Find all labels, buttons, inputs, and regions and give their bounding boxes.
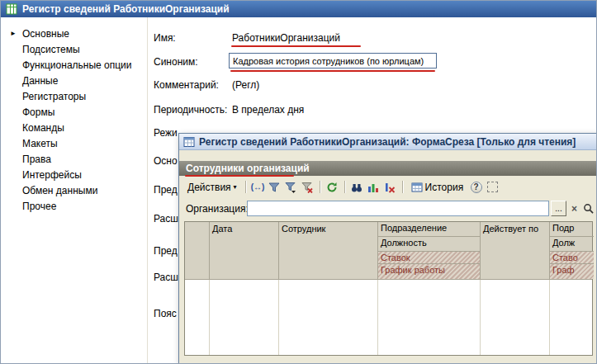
truncated-label: Расш — [154, 272, 178, 283]
sidebar-item-prava[interactable]: Права — [1, 151, 147, 167]
name-label: Имя: — [154, 32, 176, 44]
periodicity-label: Периодичность: — [154, 104, 227, 116]
find-icon[interactable] — [350, 180, 364, 194]
table-header: Дата Сотрудник Подразделение Должность С… — [185, 222, 592, 279]
register-icon — [6, 3, 17, 15]
sidebar-item-registratory[interactable]: Регистраторы — [1, 88, 147, 104]
selected-pointer-icon: ► — [10, 30, 17, 37]
column-header-rate: Ставок — [378, 252, 480, 264]
sections-sidebar: ► Основные Подсистемы Функциональные опц… — [1, 17, 148, 363]
column-header-schedule: График работы — [378, 264, 480, 279]
toolbar-separator — [320, 181, 320, 193]
history-icon — [411, 182, 423, 193]
period-icon[interactable]: (↔) — [251, 180, 265, 194]
sidebar-item-label: Формы — [22, 106, 54, 118]
truncated-label: Осно — [154, 155, 178, 167]
sidebar-item-formy[interactable]: Формы — [1, 104, 147, 120]
history-button-label: История — [425, 182, 464, 193]
sidebar-item-label: Регистраторы — [22, 91, 86, 102]
column-header-department: Подразделение — [378, 222, 480, 237]
column-header-date[interactable]: Дата — [210, 222, 279, 279]
actions-button-label: Действия — [187, 182, 231, 193]
clear-filter-icon[interactable] — [301, 180, 315, 194]
choose-button[interactable]: ... — [551, 201, 566, 216]
column-header-position: Должность — [378, 237, 480, 252]
sidebar-item-label: Команды — [22, 122, 64, 134]
table-body-column — [550, 280, 594, 355]
toolbar-separator — [402, 181, 403, 193]
comment-value[interactable]: (Регл) — [232, 79, 259, 91]
sidebar-item-label: Подсистемы — [22, 44, 80, 55]
organization-input[interactable] — [247, 201, 549, 216]
table-body-column — [210, 280, 279, 355]
sidebar-item-dannye[interactable]: Данные — [1, 73, 147, 88]
filter-settings-icon[interactable] — [284, 180, 298, 194]
actions-button[interactable]: Действия ▾ — [184, 180, 240, 195]
toolbar-separator — [245, 181, 246, 193]
sidebar-item-label: Обмен данными — [22, 185, 97, 196]
column-header-valid-to[interactable]: Действует по — [481, 222, 550, 279]
sidebar-item-funkcionalnye-opcii[interactable]: Функциональные опции — [1, 57, 147, 73]
column-header-position2: Долж — [550, 237, 594, 252]
column-header-rate2: Ставо — [550, 252, 594, 264]
history-button[interactable]: История — [408, 180, 467, 195]
comment-label: Комментарий: — [154, 79, 219, 91]
slice-table[interactable]: Дата Сотрудник Подразделение Должность С… — [184, 221, 593, 356]
truncated-label: Режи — [154, 127, 178, 139]
truncated-label: Пред — [154, 245, 178, 257]
truncated-label: Пред — [154, 184, 178, 196]
filter-icon[interactable] — [268, 180, 282, 194]
dialog-title: Регистр сведений РаботникиОрганизаций: Ф… — [199, 136, 576, 148]
main-titlebar[interactable]: Регистр сведений РаботникиОрганизаций — [1, 1, 596, 17]
sidebar-item-label: Макеты — [22, 138, 58, 149]
sidebar-item-label: Основные — [22, 28, 69, 40]
table-body-column — [185, 280, 210, 355]
sidebar-item-komandy[interactable]: Команды — [1, 120, 147, 135]
column-header-department-group[interactable]: Подразделение Должность Ставок График ра… — [378, 222, 481, 279]
table-body[interactable] — [185, 279, 592, 356]
truncated-label: Пояс — [154, 308, 177, 319]
chevron-down-icon: ▾ — [234, 183, 237, 191]
form-caption: Сотрудники организаций — [186, 163, 310, 174]
sidebar-item-label: Права — [22, 154, 51, 165]
column-header-employee[interactable]: Сотрудник — [279, 222, 378, 279]
table-body-column — [279, 280, 378, 355]
sidebar-item-label: Функциональные опции — [22, 59, 132, 71]
synonym-label: Синоним: — [154, 56, 198, 68]
dialog-titlebar[interactable]: Регистр сведений РаботникиОрганизаций: Ф… — [179, 134, 597, 150]
sidebar-item-podsistemy[interactable]: Подсистемы — [1, 41, 147, 57]
select-region-icon[interactable] — [486, 180, 500, 194]
column-header-department2-group[interactable]: Подр Долж Ставо Граф — [550, 222, 594, 279]
sidebar-item-obmen-dannymi[interactable]: Обмен данными — [1, 182, 147, 198]
refresh-icon[interactable] — [325, 180, 339, 194]
sidebar-item-osnovnye[interactable]: ► Основные — [1, 26, 147, 41]
table-body-column — [378, 280, 481, 355]
main-window-title: Регистр сведений РаботникиОрганизаций — [22, 3, 230, 15]
toolbar-separator — [344, 181, 345, 193]
annotation-underline — [231, 45, 361, 47]
cancel-search-icon[interactable] — [383, 180, 397, 194]
clear-icon[interactable]: × — [568, 201, 580, 216]
name-value[interactable]: РаботникиОрганизаций — [232, 32, 340, 44]
annotation-underline — [230, 70, 435, 72]
form-icon — [183, 136, 195, 148]
sidebar-item-makety[interactable]: Макеты — [1, 135, 147, 151]
truncated-label: Расш — [154, 213, 178, 225]
help-icon[interactable]: ? — [469, 180, 483, 194]
open-magnifier-icon[interactable] — [581, 201, 595, 216]
sidebar-item-label: Прочее — [22, 201, 56, 212]
column-header-schedule2: Граф — [550, 264, 594, 279]
dialog-toolbar: Действия ▾ (↔) — [181, 177, 595, 196]
chart-icon[interactable] — [367, 180, 381, 194]
sidebar-item-label: Интерфейсы — [22, 169, 82, 181]
periodicity-value[interactable]: В пределах дня — [232, 104, 304, 116]
synonym-value: Кадровая история сотрудников (по юрлицам… — [233, 56, 424, 66]
application-window: Регистр сведений РаботникиОрганизаций ► … — [0, 0, 597, 364]
sidebar-item-label: Данные — [22, 75, 58, 87]
annotation-underline — [185, 175, 294, 177]
synonym-field[interactable]: Кадровая история сотрудников (по юрлицам… — [229, 53, 437, 69]
sidebar-item-interfeysy[interactable]: Интерфейсы — [1, 167, 147, 182]
table-body-column — [481, 280, 550, 355]
organization-label: Организация: — [186, 203, 249, 215]
sidebar-item-prochee[interactable]: Прочее — [1, 198, 147, 214]
